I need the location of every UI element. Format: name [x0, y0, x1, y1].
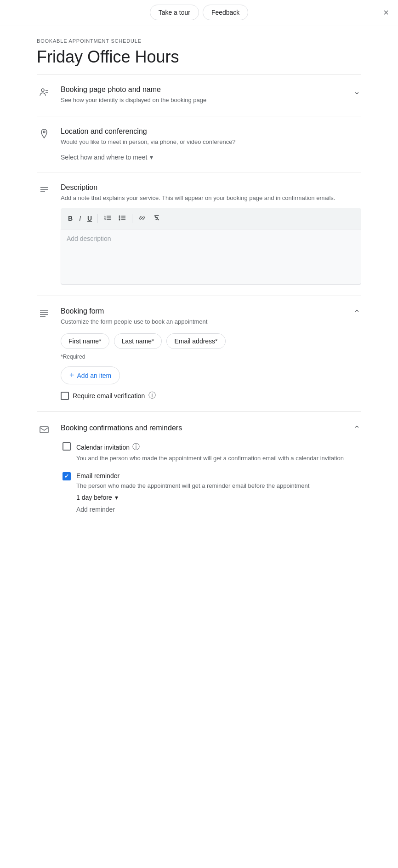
page-title: Friday Office Hours: [37, 47, 361, 74]
numbered-list-button[interactable]: 123: [101, 212, 114, 225]
calendar-invitation-title: Calendar invitation ⓘ: [76, 442, 361, 452]
location-select-dropdown[interactable]: Select how and where to meet ▾: [61, 154, 153, 161]
take-tour-button[interactable]: Take a tour: [150, 5, 199, 20]
bold-button[interactable]: B: [65, 213, 75, 224]
svg-rect-24: [40, 427, 48, 433]
toolbar-divider-2: [132, 214, 132, 223]
booking-chips: First name* Last name* Email address*: [61, 333, 361, 349]
description-icon: [37, 184, 51, 195]
confirmations-title: Booking confirmations and reminders: [61, 424, 182, 432]
underline-button[interactable]: U: [85, 213, 95, 224]
toolbar-divider-1: [97, 214, 98, 223]
svg-point-15: [119, 219, 120, 220]
reminder-chevron-icon: ▾: [115, 494, 118, 501]
confirmations-section: Booking confirmations and reminders ⌃ Ca…: [37, 412, 361, 533]
add-item-label: Add an item: [77, 372, 112, 379]
booking-form-subtitle: Customize the form people use to book an…: [61, 317, 207, 326]
location-chevron-icon: ▾: [150, 154, 153, 161]
calendar-invitation-checkbox[interactable]: [63, 442, 71, 451]
booking-page-header: Booking page photo and name See how your…: [61, 86, 361, 105]
feedback-button[interactable]: Feedback: [203, 5, 248, 20]
calendar-invitation-item: Calendar invitation ⓘ You and the person…: [63, 442, 361, 463]
booking-form-body: Booking form Customize the form people u…: [61, 307, 361, 401]
svg-point-13: [119, 215, 120, 217]
booking-page-body: Booking page photo and name See how your…: [61, 86, 361, 105]
location-select-label: Select how and where to meet: [61, 154, 147, 161]
link-button[interactable]: [135, 212, 149, 225]
description-body: Description Add a note that explains you…: [61, 183, 361, 285]
svg-text:3: 3: [104, 218, 106, 221]
description-subtitle: Add a note that explains your service. T…: [61, 194, 361, 203]
required-note: *Required: [61, 354, 361, 360]
location-icon: [37, 128, 51, 139]
email-verification-checkbox[interactable]: [61, 392, 69, 400]
help-icon[interactable]: ⓘ: [148, 391, 156, 400]
email-reminder-checkbox[interactable]: [63, 472, 71, 480]
close-button[interactable]: ×: [383, 8, 389, 17]
email-verification-label: Require email verification: [73, 392, 145, 400]
booking-form-header: Booking form Customize the form people u…: [61, 307, 361, 326]
description-section: Description Add a note that explains you…: [37, 172, 361, 296]
calendar-invitation-text: Calendar invitation ⓘ You and the person…: [76, 442, 361, 463]
booking-page-section: Booking page photo and name See how your…: [37, 74, 361, 116]
plus-icon: +: [69, 371, 74, 380]
calendar-invitation-desc: You and the person who made the appointm…: [76, 454, 361, 463]
location-title: Location and conferencing: [61, 127, 361, 136]
confirmations-collapse-button[interactable]: ⌃: [353, 423, 361, 435]
booking-page-subtitle: See how your identity is displayed on th…: [61, 96, 206, 105]
italic-button[interactable]: I: [76, 213, 84, 224]
email-reminder-title: Email reminder: [76, 472, 361, 480]
booking-form-section: Booking form Customize the form people u…: [37, 296, 361, 412]
first-name-chip: First name*: [61, 333, 109, 349]
email-icon: [37, 424, 51, 435]
remove-format-button[interactable]: [150, 212, 164, 225]
page-content: BOOKABLE APPOINTMENT SCHEDULE Friday Off…: [0, 38, 398, 533]
description-toolbar: B I U 123: [61, 208, 361, 229]
email-verification-row: Require email verification ⓘ: [61, 391, 361, 400]
reminder-dropdown[interactable]: 1 day before ▾: [76, 494, 118, 501]
last-name-chip: Last name*: [114, 333, 162, 349]
bullet-list-button[interactable]: [115, 212, 129, 225]
email-reminder-text: Email reminder The person who made the a…: [76, 472, 361, 514]
booking-form-title: Booking form: [61, 307, 207, 315]
booking-page-title: Booking page photo and name: [61, 86, 206, 94]
location-section: Location and conferencing Would you like…: [37, 116, 361, 173]
calendar-help-icon[interactable]: ⓘ: [132, 442, 140, 452]
location-subtitle: Would you like to meet in person, via ph…: [61, 137, 361, 147]
booking-form-collapse-button[interactable]: ⌃: [353, 307, 361, 319]
email-reminder-desc: The person who made the appointment will…: [76, 481, 361, 491]
svg-point-14: [119, 217, 120, 218]
svg-point-3: [43, 131, 45, 133]
description-title: Description: [61, 183, 361, 192]
person-icon: [37, 86, 51, 97]
add-item-button[interactable]: + Add an item: [61, 366, 120, 384]
top-bar: Take a tour Feedback ×: [0, 0, 398, 25]
confirmations-header: Booking confirmations and reminders ⌃: [61, 423, 361, 435]
form-icon: [37, 308, 51, 319]
page-badge: BOOKABLE APPOINTMENT SCHEDULE: [37, 38, 361, 44]
reminder-dropdown-value: 1 day before: [76, 494, 112, 501]
add-reminder-button[interactable]: Add reminder: [76, 506, 115, 513]
email-chip: Email address*: [166, 333, 225, 349]
location-body: Location and conferencing Would you like…: [61, 127, 361, 161]
confirmations-body: Booking confirmations and reminders ⌃ Ca…: [61, 423, 361, 522]
email-reminder-item: Email reminder The person who made the a…: [63, 472, 361, 514]
svg-point-0: [41, 89, 44, 91]
booking-page-expand-button[interactable]: ⌄: [353, 86, 361, 97]
description-input[interactable]: Add description: [61, 229, 361, 285]
